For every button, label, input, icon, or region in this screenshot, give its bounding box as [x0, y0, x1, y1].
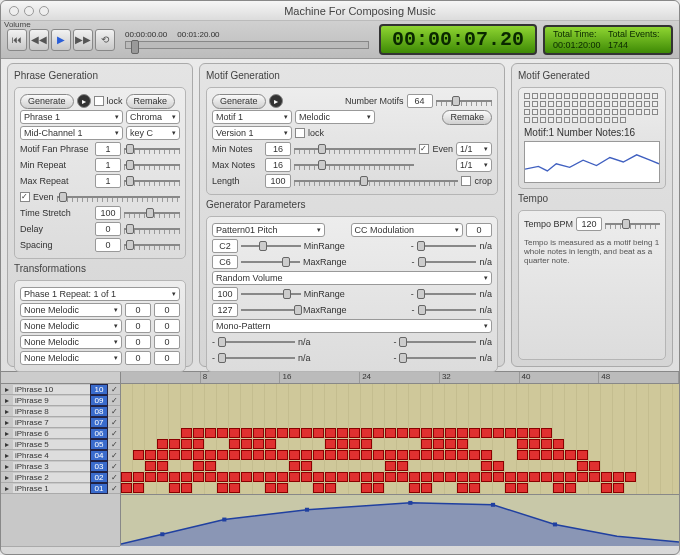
zoom-icon[interactable]: [39, 6, 49, 16]
version-select[interactable]: Version 1: [212, 126, 292, 140]
c6-slider[interactable]: [241, 257, 300, 267]
transformations-title: Transformations: [14, 263, 186, 274]
tempo-value[interactable]: 120: [576, 217, 602, 231]
tc-start: 00:00:00.00: [125, 30, 167, 39]
length-value[interactable]: 100: [265, 174, 291, 188]
crop-checkbox[interactable]: [461, 176, 471, 186]
motif-remake-button[interactable]: Remake: [442, 110, 492, 125]
minnotes-value[interactable]: 16: [265, 142, 291, 156]
track-row[interactable]: ▸iPhrase 1010✓: [1, 384, 120, 395]
phrase-title: Phrase Generation: [14, 70, 186, 81]
sequencer-grid[interactable]: [121, 384, 679, 494]
close-icon[interactable]: [9, 6, 19, 16]
number-motifs-value[interactable]: 64: [407, 94, 433, 108]
even-slider[interactable]: [57, 192, 180, 202]
svg-rect-1: [160, 532, 164, 536]
timestretch-slider[interactable]: [124, 208, 180, 218]
spacing-slider[interactable]: [124, 240, 180, 250]
trans-3-select[interactable]: None Melodic: [20, 335, 122, 349]
track-row[interactable]: ▸iPhrase 303✓: [1, 461, 120, 472]
maxrepeat-slider[interactable]: [124, 176, 180, 186]
tc-end: 00:01:20.00: [177, 30, 219, 39]
svg-rect-4: [408, 501, 412, 505]
step-back-button[interactable]: ◀◀: [29, 29, 49, 51]
phrase-remake-button[interactable]: Remake: [126, 94, 176, 109]
svg-rect-5: [491, 503, 495, 507]
motif-waveform: [524, 141, 660, 183]
tempo-title: Tempo: [518, 193, 666, 204]
delay-slider[interactable]: [124, 224, 180, 234]
chroma-select[interactable]: Chroma: [126, 110, 180, 124]
minnotes-slider[interactable]: [294, 144, 416, 154]
gen-params-title: Generator Parameters: [206, 199, 498, 210]
spacing-value[interactable]: 0: [95, 238, 121, 252]
volume-curve[interactable]: [121, 494, 679, 546]
fan-value[interactable]: 1: [95, 142, 121, 156]
svg-rect-2: [222, 518, 226, 522]
key-select[interactable]: key C: [126, 126, 180, 140]
tempo-slider[interactable]: [605, 219, 660, 229]
maxnotes-slider[interactable]: [294, 160, 414, 170]
ratio-a-select[interactable]: 1/1: [456, 142, 492, 156]
phrase-generate-button[interactable]: Generate: [20, 94, 74, 109]
midi-select[interactable]: Mid-Channel 1: [20, 126, 123, 140]
even-checkbox[interactable]: [20, 192, 30, 202]
timestretch-value[interactable]: 100: [95, 206, 121, 220]
play-button[interactable]: ▶: [51, 29, 71, 51]
trans-1-select[interactable]: None Melodic: [20, 303, 122, 317]
volume-label: Volume: [4, 20, 31, 29]
motif-select[interactable]: Motif 1: [212, 110, 292, 124]
melodic-select[interactable]: Melodic: [295, 110, 375, 124]
number-motifs-slider[interactable]: [436, 96, 492, 106]
motif-lock-checkbox[interactable]: [295, 128, 305, 138]
phrase-lock-checkbox[interactable]: [94, 96, 104, 106]
vol-min-slider[interactable]: [241, 289, 301, 299]
minrepeat-value[interactable]: 1: [95, 158, 121, 172]
track-row[interactable]: ▸iPhrase 606✓: [1, 428, 120, 439]
trans-top-select[interactable]: Phase 1 Repeat: 1 of 1: [20, 287, 180, 301]
rewind-button[interactable]: ⏮: [7, 29, 27, 51]
track-row[interactable]: ▸iPhrase 505✓: [1, 439, 120, 450]
c2-slider[interactable]: [241, 241, 301, 251]
trans-4-select[interactable]: None Melodic: [20, 351, 122, 365]
svg-rect-3: [305, 508, 309, 512]
window-title: Machine For Composing Music: [49, 5, 671, 17]
vol-max-slider[interactable]: [241, 305, 300, 315]
minimize-icon[interactable]: [24, 6, 34, 16]
trans-2-select[interactable]: None Melodic: [20, 319, 122, 333]
ratio-b-select[interactable]: 1/1: [456, 158, 492, 172]
track-row[interactable]: ▸iPhrase 202✓: [1, 472, 120, 483]
mono-select[interactable]: Mono-Pattern: [212, 319, 492, 333]
motif-stat: Motif:1 Number Notes:16: [524, 127, 660, 138]
totals-display: Total Time:Total Events: 00:01:20:001744: [543, 25, 673, 55]
motif-play-icon[interactable]: ▸: [269, 94, 283, 108]
randvol-select[interactable]: Random Volume: [212, 271, 492, 285]
motif-grid: [524, 93, 660, 123]
phrase-play-icon[interactable]: ▸: [77, 94, 91, 108]
motif-title: Motif Generation: [206, 70, 498, 81]
generated-title: Motif Generated: [518, 70, 666, 81]
loop-button[interactable]: ⟲: [95, 29, 115, 51]
tempo-desc: Tempo is measured as a motif being 1 who…: [524, 238, 660, 265]
length-slider[interactable]: [294, 176, 458, 186]
step-fwd-button[interactable]: ▶▶: [73, 29, 93, 51]
track-row[interactable]: ▸iPhrase 909✓: [1, 395, 120, 406]
ccmod-select[interactable]: CC Modulation: [351, 223, 464, 237]
progress-area[interactable]: 00:00:00.00 00:01:20.00: [121, 26, 373, 54]
timecode-display: 00:00:07.20: [379, 24, 537, 55]
track-row[interactable]: ▸iPhrase 808✓: [1, 406, 120, 417]
maxnotes-value[interactable]: 16: [265, 158, 291, 172]
svg-rect-6: [553, 522, 557, 526]
motif-generate-button[interactable]: Generate: [212, 94, 266, 109]
pattern-select[interactable]: Pattern01 Pitch: [212, 223, 325, 237]
track-row[interactable]: ▸iPhrase 404✓: [1, 450, 120, 461]
track-row[interactable]: ▸iPhrase 707✓: [1, 417, 120, 428]
minrepeat-slider[interactable]: [124, 160, 180, 170]
even-notes-checkbox[interactable]: [419, 144, 429, 154]
delay-value[interactable]: 0: [95, 222, 121, 236]
track-row[interactable]: ▸iPhrase 101✓: [1, 483, 120, 494]
phrase-select[interactable]: Phrase 1: [20, 110, 123, 124]
maxrepeat-value[interactable]: 1: [95, 174, 121, 188]
fan-slider[interactable]: [124, 144, 180, 154]
